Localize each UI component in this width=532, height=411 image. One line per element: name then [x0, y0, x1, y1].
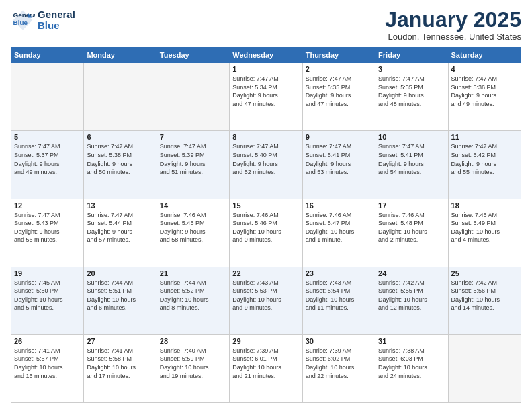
location: Loudon, Tennessee, United States — [385, 32, 521, 42]
table-row: 31Sunrise: 7:38 AM Sunset: 6:03 PM Dayli… — [375, 334, 448, 402]
day-number: 17 — [378, 201, 445, 210]
calendar-week-row: 5Sunrise: 7:47 AM Sunset: 5:37 PM Daylig… — [11, 131, 521, 199]
day-number: 20 — [87, 269, 153, 277]
table-row: 22Sunrise: 7:43 AM Sunset: 5:53 PM Dayli… — [230, 267, 302, 334]
day-number: 8 — [232, 133, 299, 141]
day-detail: Sunrise: 7:47 AM Sunset: 5:41 PM Dayligh… — [306, 142, 372, 176]
table-row: 16Sunrise: 7:46 AM Sunset: 5:47 PM Dayli… — [302, 199, 375, 267]
day-detail: Sunrise: 7:42 AM Sunset: 5:55 PM Dayligh… — [378, 279, 445, 312]
day-detail: Sunrise: 7:47 AM Sunset: 5:38 PM Dayligh… — [87, 142, 153, 176]
day-detail: Sunrise: 7:42 AM Sunset: 5:56 PM Dayligh… — [451, 279, 518, 312]
day-number: 12 — [14, 201, 81, 210]
day-number: 7 — [160, 133, 226, 141]
table-row: 28Sunrise: 7:40 AM Sunset: 5:59 PM Dayli… — [157, 334, 229, 402]
table-row: 21Sunrise: 7:44 AM Sunset: 5:52 PM Dayli… — [157, 267, 229, 334]
logo-text-line1: General — [38, 9, 75, 21]
table-row: 23Sunrise: 7:43 AM Sunset: 5:54 PM Dayli… — [302, 267, 375, 334]
calendar-table: Sunday Monday Tuesday Wednesday Thursday… — [11, 47, 521, 403]
day-detail: Sunrise: 7:47 AM Sunset: 5:36 PM Dayligh… — [451, 75, 518, 108]
day-number: 4 — [451, 65, 518, 73]
day-number: 9 — [306, 133, 372, 141]
table-row: 13Sunrise: 7:47 AM Sunset: 5:44 PM Dayli… — [84, 199, 157, 267]
table-row: 1Sunrise: 7:47 AM Sunset: 5:34 PM Daylig… — [230, 63, 302, 131]
day-number: 18 — [451, 201, 518, 210]
calendar-week-row: 26Sunrise: 7:41 AM Sunset: 5:57 PM Dayli… — [11, 334, 521, 402]
day-detail: Sunrise: 7:46 AM Sunset: 5:45 PM Dayligh… — [160, 211, 226, 244]
day-detail: Sunrise: 7:45 AM Sunset: 5:50 PM Dayligh… — [14, 279, 81, 312]
day-number: 1 — [232, 65, 299, 73]
day-detail: Sunrise: 7:47 AM Sunset: 5:35 PM Dayligh… — [306, 75, 372, 108]
calendar-week-row: 1Sunrise: 7:47 AM Sunset: 5:34 PM Daylig… — [11, 63, 521, 131]
col-thursday: Thursday — [302, 48, 375, 63]
day-detail: Sunrise: 7:41 AM Sunset: 5:57 PM Dayligh… — [14, 347, 81, 380]
day-number: 25 — [451, 269, 518, 277]
day-number: 26 — [14, 337, 81, 345]
table-row: 5Sunrise: 7:47 AM Sunset: 5:37 PM Daylig… — [11, 131, 84, 199]
table-row: 17Sunrise: 7:46 AM Sunset: 5:48 PM Dayli… — [375, 199, 448, 267]
day-number: 27 — [87, 337, 153, 345]
header: General Blue General Blue January 2025 L… — [11, 8, 521, 42]
table-row: 3Sunrise: 7:47 AM Sunset: 5:35 PM Daylig… — [375, 63, 448, 131]
day-detail: Sunrise: 7:39 AM Sunset: 6:02 PM Dayligh… — [306, 347, 372, 380]
day-number: 5 — [14, 133, 81, 141]
day-number: 15 — [232, 201, 299, 210]
table-row: 27Sunrise: 7:41 AM Sunset: 5:58 PM Dayli… — [84, 334, 157, 402]
col-tuesday: Tuesday — [157, 48, 229, 63]
logo: General Blue General Blue — [11, 8, 75, 32]
table-row — [11, 63, 84, 131]
month-title: January 2025 — [385, 8, 521, 32]
day-detail: Sunrise: 7:43 AM Sunset: 5:54 PM Dayligh… — [306, 279, 372, 312]
day-detail: Sunrise: 7:47 AM Sunset: 5:37 PM Dayligh… — [14, 142, 81, 176]
day-detail: Sunrise: 7:44 AM Sunset: 5:52 PM Dayligh… — [160, 279, 226, 312]
svg-text:General: General — [13, 11, 35, 19]
table-row: 6Sunrise: 7:47 AM Sunset: 5:38 PM Daylig… — [84, 131, 157, 199]
day-detail: Sunrise: 7:46 AM Sunset: 5:47 PM Dayligh… — [306, 211, 372, 244]
day-number: 14 — [160, 201, 226, 210]
calendar-header-row: Sunday Monday Tuesday Wednesday Thursday… — [11, 48, 521, 63]
day-detail: Sunrise: 7:41 AM Sunset: 5:58 PM Dayligh… — [87, 347, 153, 380]
table-row: 7Sunrise: 7:47 AM Sunset: 5:39 PM Daylig… — [157, 131, 229, 199]
table-row: 26Sunrise: 7:41 AM Sunset: 5:57 PM Dayli… — [11, 334, 84, 402]
table-row: 29Sunrise: 7:39 AM Sunset: 6:01 PM Dayli… — [230, 334, 302, 402]
table-row: 9Sunrise: 7:47 AM Sunset: 5:41 PM Daylig… — [302, 131, 375, 199]
day-detail: Sunrise: 7:46 AM Sunset: 5:48 PM Dayligh… — [378, 211, 445, 244]
table-row — [157, 63, 229, 131]
table-row: 18Sunrise: 7:45 AM Sunset: 5:49 PM Dayli… — [448, 199, 521, 267]
table-row: 19Sunrise: 7:45 AM Sunset: 5:50 PM Dayli… — [11, 267, 84, 334]
day-number: 23 — [306, 269, 372, 277]
day-detail: Sunrise: 7:40 AM Sunset: 5:59 PM Dayligh… — [160, 347, 226, 380]
table-row: 25Sunrise: 7:42 AM Sunset: 5:56 PM Dayli… — [448, 267, 521, 334]
day-number: 16 — [306, 201, 372, 210]
day-detail: Sunrise: 7:46 AM Sunset: 5:46 PM Dayligh… — [232, 211, 299, 244]
col-friday: Friday — [375, 48, 448, 63]
table-row: 20Sunrise: 7:44 AM Sunset: 5:51 PM Dayli… — [84, 267, 157, 334]
day-number: 24 — [378, 269, 445, 277]
day-detail: Sunrise: 7:47 AM Sunset: 5:35 PM Dayligh… — [378, 75, 445, 108]
title-block: January 2025 Loudon, Tennessee, United S… — [385, 8, 521, 42]
table-row: 14Sunrise: 7:46 AM Sunset: 5:45 PM Dayli… — [157, 199, 229, 267]
day-number: 19 — [14, 269, 81, 277]
day-detail: Sunrise: 7:47 AM Sunset: 5:39 PM Dayligh… — [160, 142, 226, 176]
table-row: 10Sunrise: 7:47 AM Sunset: 5:41 PM Dayli… — [375, 131, 448, 199]
day-number: 28 — [160, 337, 226, 345]
day-number: 11 — [451, 133, 518, 141]
page: General Blue General Blue January 2025 L… — [0, 0, 532, 411]
table-row: 8Sunrise: 7:47 AM Sunset: 5:40 PM Daylig… — [230, 131, 302, 199]
day-number: 2 — [306, 65, 372, 73]
day-detail: Sunrise: 7:47 AM Sunset: 5:40 PM Dayligh… — [232, 142, 299, 176]
day-detail: Sunrise: 7:47 AM Sunset: 5:42 PM Dayligh… — [451, 142, 518, 176]
table-row: 12Sunrise: 7:47 AM Sunset: 5:43 PM Dayli… — [11, 199, 84, 267]
calendar-week-row: 12Sunrise: 7:47 AM Sunset: 5:43 PM Dayli… — [11, 199, 521, 267]
day-number: 21 — [160, 269, 226, 277]
day-detail: Sunrise: 7:47 AM Sunset: 5:44 PM Dayligh… — [87, 211, 153, 244]
day-number: 22 — [232, 269, 299, 277]
col-monday: Monday — [84, 48, 157, 63]
day-number: 10 — [378, 133, 445, 141]
day-number: 29 — [232, 337, 299, 345]
day-detail: Sunrise: 7:44 AM Sunset: 5:51 PM Dayligh… — [87, 279, 153, 312]
svg-text:Blue: Blue — [13, 19, 28, 26]
day-detail: Sunrise: 7:39 AM Sunset: 6:01 PM Dayligh… — [232, 347, 299, 380]
day-detail: Sunrise: 7:38 AM Sunset: 6:03 PM Dayligh… — [378, 347, 445, 380]
logo-icon: General Blue — [11, 8, 35, 32]
day-number: 31 — [378, 337, 445, 345]
